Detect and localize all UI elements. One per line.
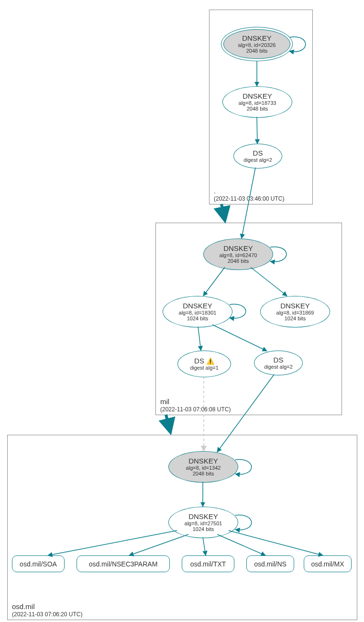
node-sub: alg=8, id=62470 xyxy=(220,252,257,258)
zone-root-label: . xyxy=(214,187,216,195)
node-title: DNSKEY xyxy=(242,34,272,43)
node-sub: alg=8, id=31869 xyxy=(276,310,314,316)
node-sub: 2048 bits xyxy=(246,48,268,54)
node-sub: alg=8, id=1342 xyxy=(186,465,221,471)
ds-mil-2: DS digest alg=2 xyxy=(254,351,303,375)
zone-mil-timestamp: (2022-11-03 07:06:08 UTC) xyxy=(160,406,231,413)
node-sub: digest alg=1 xyxy=(190,365,219,371)
node-title: DS xyxy=(194,357,204,365)
rr-nsec3param: osd.mil/NSEC3PARAM xyxy=(77,555,170,572)
dnskey-mil-zsk1: DNSKEY alg=8, id=18301 1024 bits xyxy=(163,296,232,328)
ds-root: DS digest alg=2 xyxy=(233,144,282,169)
node-sub: 2048 bits xyxy=(193,471,214,476)
node-title: DS xyxy=(274,356,284,364)
ds-mil-1: DS ⚠️ digest alg=1 xyxy=(177,351,231,377)
rr-txt: osd.mil/TXT xyxy=(182,555,234,572)
dnskey-osd-zsk: DNSKEY alg=8, id=27501 1024 bits xyxy=(168,507,238,538)
zone-osd-label: osd.mil xyxy=(12,602,35,611)
node-title: DNSKEY xyxy=(280,302,310,310)
node-sub: alg=8, id=18733 xyxy=(239,100,276,106)
node-sub: alg=8, id=20326 xyxy=(238,42,276,48)
node-title: DS xyxy=(253,149,263,158)
node-title: DNSKEY xyxy=(188,457,218,465)
node-sub: alg=8, id=27501 xyxy=(185,520,222,526)
node-sub: 1024 bits xyxy=(193,526,214,532)
dnskey-root-ksk: DNSKEY alg=8, id=20326 2048 bits xyxy=(221,27,293,61)
node-sub: 1024 bits xyxy=(187,316,209,321)
dnskey-mil-zsk2: DNSKEY alg=8, id=31869 1024 bits xyxy=(260,296,330,328)
zone-osd-timestamp: (2022-11-03 07:06:20 UTC) xyxy=(12,611,82,618)
node-sub: digest alg=2 xyxy=(264,364,293,370)
zone-root-timestamp: (2022-11-03 03:46:00 UTC) xyxy=(214,195,284,202)
node-title: DNSKEY xyxy=(243,92,272,101)
node-title: DNSKEY xyxy=(223,245,253,253)
dnskey-root-zsk: DNSKEY alg=8, id=18733 2048 bits xyxy=(222,86,292,118)
node-sub: 2048 bits xyxy=(247,106,268,112)
node-title: DNSKEY xyxy=(183,302,212,310)
node-sub: 2048 bits xyxy=(228,258,249,264)
dnskey-osd-ksk: DNSKEY alg=8, id=1342 2048 bits xyxy=(168,451,238,483)
node-sub: digest alg=2 xyxy=(243,157,272,163)
node-title: DNSKEY xyxy=(188,513,218,521)
rr-mx: osd.mil/MX xyxy=(304,555,352,572)
dnskey-mil-ksk: DNSKEY alg=8, id=62470 2048 bits xyxy=(203,238,273,270)
warning-icon: ⚠️ xyxy=(206,357,214,365)
rr-ns: osd.mil/NS xyxy=(246,555,294,572)
node-sub: alg=8, id=18301 xyxy=(179,310,217,316)
rr-soa: osd.mil/SOA xyxy=(12,555,65,572)
node-sub: 1024 bits xyxy=(285,316,306,321)
zone-mil-label: mil xyxy=(160,397,169,406)
